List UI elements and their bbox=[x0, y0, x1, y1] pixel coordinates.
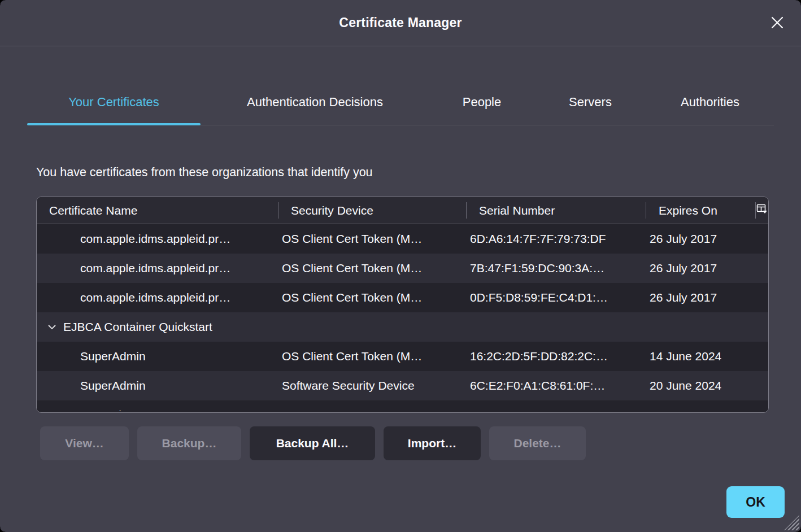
group-label-wrap: EJBCA Sampl… bbox=[37, 400, 768, 411]
cell-certificate-name: com.apple.idms.appleid.pr… bbox=[37, 291, 278, 304]
table-row[interactable]: SuperAdmin Software Security Device 6C:E… bbox=[37, 371, 768, 400]
cell-expires-on: 14 June 2024 bbox=[646, 350, 756, 363]
close-button[interactable] bbox=[768, 14, 786, 32]
cell-certificate-name: SuperAdmin bbox=[37, 350, 278, 363]
table-row[interactable]: SuperAdmin OS Client Cert Token (M… 16:2… bbox=[37, 342, 768, 371]
cell-expires-on: 26 July 2017 bbox=[646, 291, 756, 304]
column-header-serial-number[interactable]: Serial Number bbox=[467, 197, 646, 224]
group-row-ejbca-container-quickstart[interactable]: EJBCA Container Quickstart bbox=[37, 312, 768, 342]
intro-text: You have certificates from these organiz… bbox=[36, 165, 373, 180]
cell-serial-number: 0D:F5:D8:59:FE:C4:D1:… bbox=[467, 291, 646, 304]
table-body: com.apple.idms.appleid.pr… OS Client Cer… bbox=[37, 224, 768, 411]
titlebar: Certificate Manager bbox=[0, 0, 801, 46]
view-button[interactable]: View… bbox=[40, 426, 129, 460]
cell-serial-number: 16:2C:2D:5F:DD:82:2C:… bbox=[467, 350, 646, 363]
tab-people[interactable]: People bbox=[429, 79, 534, 125]
group-label: EJBCA Container Quickstart bbox=[63, 320, 212, 334]
tab-bar: Your Certificates Authentication Decisio… bbox=[27, 79, 774, 125]
delete-button[interactable]: Delete… bbox=[489, 426, 586, 460]
cell-certificate-name: com.apple.idms.appleid.pr… bbox=[37, 261, 278, 275]
cell-serial-number: 6C:E2:F0:A1:C8:61:0F:… bbox=[467, 379, 646, 393]
backup-button[interactable]: Backup… bbox=[137, 426, 241, 460]
cell-security-device: Software Security Device bbox=[278, 379, 467, 393]
group-label: EJBCA Sampl… bbox=[47, 400, 133, 411]
tab-servers[interactable]: Servers bbox=[534, 79, 646, 125]
cell-serial-number: 7B:47:F1:59:DC:90:3A:… bbox=[467, 261, 646, 275]
cell-security-device: OS Client Cert Token (M… bbox=[278, 261, 467, 275]
column-header-security-device[interactable]: Security Device bbox=[278, 197, 467, 224]
cell-security-device: OS Client Cert Token (M… bbox=[278, 350, 467, 363]
tab-authorities[interactable]: Authorities bbox=[646, 79, 774, 125]
cell-certificate-name: com.apple.idms.appleid.pr… bbox=[37, 232, 278, 246]
chevron-down-icon[interactable] bbox=[47, 322, 57, 332]
backup-all-button[interactable]: Backup All… bbox=[250, 426, 375, 460]
cell-security-device: OS Client Cert Token (M… bbox=[278, 291, 467, 304]
ok-button[interactable]: OK bbox=[726, 486, 785, 518]
resize-grip[interactable] bbox=[784, 515, 799, 530]
cell-expires-on: 26 July 2017 bbox=[646, 232, 756, 246]
column-header-certificate-name[interactable]: Certificate Name bbox=[37, 197, 278, 224]
column-header-expires-on[interactable]: Expires On bbox=[646, 197, 756, 224]
dialog-title: Certificate Manager bbox=[339, 15, 462, 30]
certificates-table: Certificate Name Security Device Serial … bbox=[36, 197, 769, 413]
table-row[interactable]: com.apple.idms.appleid.pr… OS Client Cer… bbox=[37, 254, 768, 283]
import-button[interactable]: Import… bbox=[384, 426, 481, 460]
action-button-row: View… Backup… Backup All… Import… Delete… bbox=[40, 426, 586, 460]
table-row[interactable]: com.apple.idms.appleid.pr… OS Client Cer… bbox=[37, 283, 768, 312]
table-header: Certificate Name Security Device Serial … bbox=[37, 197, 768, 224]
group-row-clipped[interactable]: EJBCA Sampl… bbox=[37, 400, 768, 411]
cell-security-device: OS Client Cert Token (M… bbox=[278, 232, 467, 246]
cell-serial-number: 6D:A6:14:7F:7F:79:73:DF bbox=[467, 232, 646, 246]
cell-expires-on: 26 July 2017 bbox=[646, 261, 756, 275]
group-label-wrap: EJBCA Container Quickstart bbox=[37, 320, 768, 334]
close-icon bbox=[770, 15, 785, 32]
certificate-manager-dialog: Certificate Manager Your Certificates Au… bbox=[0, 0, 801, 532]
tab-authentication-decisions[interactable]: Authentication Decisions bbox=[201, 79, 429, 125]
column-picker-button[interactable] bbox=[756, 197, 768, 224]
table-row[interactable]: com.apple.idms.appleid.pr… OS Client Cer… bbox=[37, 224, 768, 254]
cell-expires-on: 20 June 2024 bbox=[646, 379, 756, 393]
column-picker-icon bbox=[756, 203, 768, 217]
tab-your-certificates[interactable]: Your Certificates bbox=[27, 79, 201, 125]
cell-certificate-name: SuperAdmin bbox=[37, 379, 278, 393]
